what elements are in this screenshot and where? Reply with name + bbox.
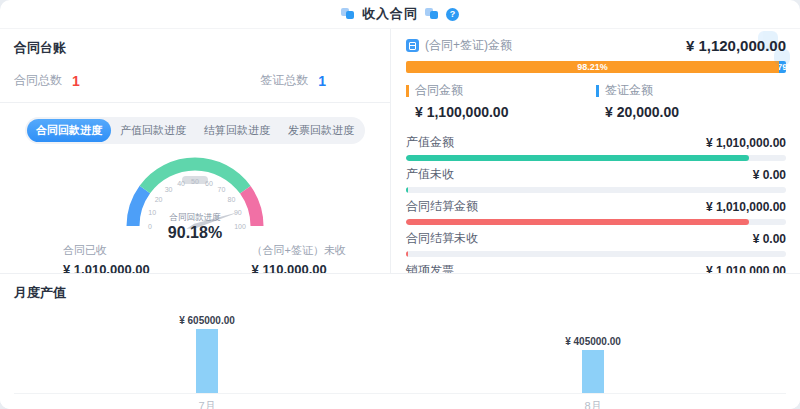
contract-count: 合同总数 1 bbox=[14, 72, 80, 89]
gauge-tick: 80 bbox=[228, 196, 236, 203]
received-stat: 合同已收 ¥ 1,010,000.00 bbox=[63, 243, 150, 277]
gauge-tick: 20 bbox=[155, 196, 163, 203]
monthly-output-chart: ¥ 605000.00 ¥ 405000.00 bbox=[14, 310, 786, 394]
header: 收入合同 ? bbox=[0, 0, 800, 29]
meter-row: 产值金额 ¥ 1,010,000.00 bbox=[406, 134, 786, 161]
bar-value-label: ¥ 605000.00 bbox=[179, 315, 235, 326]
tab-1[interactable]: 合同回款进度 bbox=[27, 119, 111, 142]
unreceived-stat: （合同+签证）未收 ¥ 110,000.00 bbox=[252, 243, 346, 277]
contract-amount-segment: 98.21% bbox=[406, 61, 779, 73]
chart-category-label: 8月 bbox=[400, 399, 786, 409]
gauge-label: 合同回款进度 bbox=[169, 212, 222, 222]
summary-header: (合同+签证)金额 ¥ 1,120,000.00 bbox=[406, 37, 786, 54]
unreceived-label: （合同+签证）未收 bbox=[252, 243, 346, 258]
chart-bar bbox=[196, 329, 218, 393]
legend-item: 签证金额 ¥ 20,000.00 bbox=[596, 82, 786, 120]
meter-track bbox=[406, 251, 786, 257]
legend-item: 合同金额 ¥ 1,100,000.00 bbox=[406, 82, 596, 120]
legend-label: 合同金额 bbox=[415, 82, 463, 99]
visa-count: 签证总数 1 bbox=[260, 72, 326, 89]
page-title: 收入合同 bbox=[362, 5, 418, 23]
meter-fill bbox=[406, 155, 749, 161]
gauge-tick: 10 bbox=[148, 209, 156, 216]
meter-label: 产值未收 bbox=[406, 166, 454, 183]
meter-value: ¥ 1,010,000.00 bbox=[706, 200, 786, 214]
legend-value: ¥ 1,100,000.00 bbox=[406, 104, 596, 120]
monthly-output-title: 月度产值 bbox=[14, 284, 786, 302]
chart-categories: 7月8月 bbox=[14, 399, 786, 409]
legend-color-chip bbox=[406, 85, 409, 97]
received-label: 合同已收 bbox=[63, 243, 150, 258]
gauge-tick: 30 bbox=[165, 186, 173, 193]
contract-ledger-panel: 合同台账 合同总数 1 签证总数 1 合同回款进度产值回款进度结算回款进度发票回… bbox=[0, 29, 391, 273]
calc-doc-icon bbox=[406, 39, 419, 52]
help-icon[interactable]: ? bbox=[446, 8, 459, 21]
meter-row: 产值未收 ¥ 0.00 bbox=[406, 166, 786, 193]
bar-value-label: ¥ 405000.00 bbox=[565, 336, 621, 347]
split-bar-legend: 合同金额 ¥ 1,100,000.00 签证金额 ¥ 20,000.00 bbox=[406, 82, 786, 120]
gauge-tick: 50 bbox=[191, 178, 199, 185]
payback-gauge: 0102030405060708090100 合同回款进度 bbox=[95, 146, 295, 234]
progress-tabs: 合同回款进度产值回款进度结算回款进度发票回款进度 bbox=[25, 117, 365, 144]
meter-row: 合同结算金额 ¥ 1,010,000.00 bbox=[406, 198, 786, 225]
contract-doc-icon bbox=[341, 8, 355, 20]
meter-label: 合同结算金额 bbox=[406, 198, 478, 215]
gauge-tick: 70 bbox=[218, 186, 226, 193]
summary-title: (合同+签证)金额 bbox=[425, 37, 512, 54]
meter-value: ¥ 0.00 bbox=[753, 232, 786, 246]
chart-bar-slot: ¥ 405000.00 bbox=[400, 336, 786, 393]
gauge-tick: 40 bbox=[177, 180, 185, 187]
ledger-counts: 合同总数 1 签证总数 1 bbox=[14, 72, 376, 89]
gauge-svg: 0102030405060708090100 合同回款进度 bbox=[95, 146, 295, 234]
tab-2[interactable]: 产值回款进度 bbox=[111, 119, 195, 142]
payback-progress-section: 合同回款进度产值回款进度结算回款进度发票回款进度 010203040506070… bbox=[0, 103, 390, 277]
gauge-tick: 90 bbox=[234, 209, 242, 216]
contract-count-value: 1 bbox=[72, 73, 80, 89]
gauge-value: 90.18% bbox=[0, 224, 390, 242]
gauge-tick: 60 bbox=[205, 180, 213, 187]
chart-bar-slot: ¥ 605000.00 bbox=[14, 315, 400, 393]
meter-value: ¥ 1,010,000.00 bbox=[706, 136, 786, 150]
legend-label: 签证金额 bbox=[605, 82, 653, 99]
ledger-title: 合同台账 bbox=[14, 39, 376, 57]
meter-track bbox=[406, 155, 786, 161]
meter-fill bbox=[406, 187, 408, 193]
income-contract-dashboard: 收入合同 ? 合同台账 合同总数 1 签证总数 1 合同回款进度产值回款进度结算… bbox=[0, 0, 800, 409]
document-icon bbox=[425, 8, 439, 20]
meter-track bbox=[406, 187, 786, 193]
tab-4[interactable]: 发票回款进度 bbox=[279, 119, 363, 142]
meter-fill bbox=[406, 219, 749, 225]
contract-count-label: 合同总数 bbox=[14, 72, 62, 89]
legend-color-chip bbox=[596, 85, 599, 97]
meter-row: 合同结算未收 ¥ 0.00 bbox=[406, 230, 786, 257]
meter-value: ¥ 0.00 bbox=[753, 168, 786, 182]
meter-label: 产值金额 bbox=[406, 134, 454, 151]
visa-count-value: 1 bbox=[318, 73, 326, 89]
visa-count-label: 签证总数 bbox=[260, 72, 308, 89]
chart-category-label: 7月 bbox=[14, 399, 400, 409]
meter-label: 合同结算未收 bbox=[406, 230, 478, 247]
chart-bar bbox=[582, 350, 604, 393]
contract-visa-split-bar: 98.21% 1.79% bbox=[406, 61, 786, 73]
summary-total: ¥ 1,120,000.00 bbox=[686, 37, 786, 54]
meter-fill bbox=[406, 251, 408, 257]
gauge-stats: 合同已收 ¥ 1,010,000.00 （合同+签证）未收 ¥ 110,000.… bbox=[0, 243, 390, 277]
ledger-summary: 合同台账 合同总数 1 签证总数 1 bbox=[0, 29, 390, 103]
legend-value: ¥ 20,000.00 bbox=[596, 104, 786, 120]
amount-summary-panel: (合同+签证)金额 ¥ 1,120,000.00 98.21% 1.79% 合同… bbox=[392, 29, 800, 273]
meter-track bbox=[406, 219, 786, 225]
monthly-output-panel: 月度产值 ¥ 605000.00 ¥ 405000.00 7月8月 bbox=[0, 273, 800, 409]
tab-3[interactable]: 结算回款进度 bbox=[195, 119, 279, 142]
